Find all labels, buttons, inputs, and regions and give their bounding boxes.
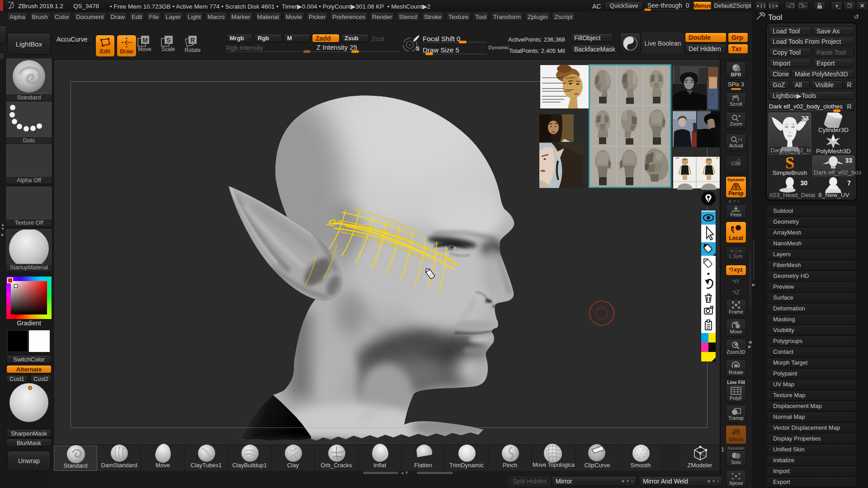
svg-text:M: M — [142, 37, 148, 44]
svg-text:Scale: Scale — [161, 46, 175, 52]
svg-text:R: R — [190, 37, 195, 44]
svg-text:Move: Move — [138, 46, 151, 52]
svg-text:Rotate: Rotate — [184, 47, 201, 53]
svg-text:S: S — [785, 155, 795, 171]
svg-text:×1: ×1 — [738, 137, 742, 142]
svg-text:S: S — [166, 37, 170, 44]
svg-text:S: S — [416, 46, 420, 52]
svg-text:+: + — [409, 43, 411, 47]
